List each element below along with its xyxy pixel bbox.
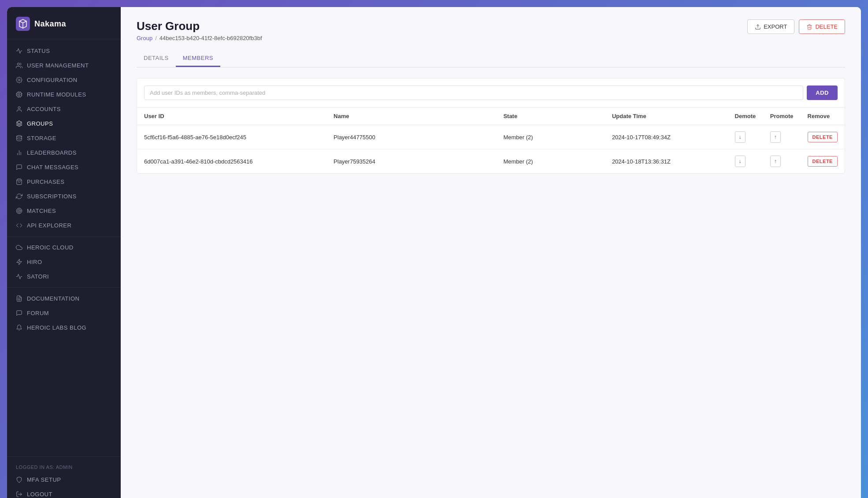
sidebar-label-status: STATUS	[27, 48, 50, 54]
breadcrumb-separator: /	[155, 35, 157, 41]
demote-button-0[interactable]: ↓	[735, 131, 746, 143]
tab-members[interactable]: MEMBERS	[176, 50, 220, 67]
cell-update-time-1: 2024-10-18T13:36:31Z	[605, 149, 728, 174]
sidebar-item-heroic-labs-blog[interactable]: HEROIC LABS BLOG	[7, 320, 121, 335]
sidebar-divider-2	[7, 287, 121, 288]
add-members-input[interactable]	[144, 85, 803, 100]
logout-icon	[16, 491, 22, 498]
sidebar-item-leaderboards[interactable]: LEADERBOARDS	[7, 145, 121, 160]
sidebar-label-purchases: PURCHASES	[27, 178, 64, 185]
svg-point-20	[16, 208, 22, 214]
sidebar-label-heroic-cloud: HEROIC CLOUD	[27, 244, 74, 251]
promote-button-1[interactable]: ↑	[770, 156, 781, 167]
sidebar-item-accounts[interactable]: ACCOUNTS	[7, 102, 121, 116]
sidebar-item-documentation[interactable]: DOCUMENTATION	[7, 291, 121, 306]
cell-promote-1: ↑	[763, 149, 801, 174]
layers-icon	[16, 120, 22, 127]
sidebar-item-subscriptions[interactable]: SUBSCRIPTIONS	[7, 189, 121, 204]
demote-button-1[interactable]: ↓	[735, 156, 746, 167]
table-row: 5cf6cf16-f5a6-4885-ae76-5e18d0ecf245 Pla…	[137, 125, 845, 149]
sidebar-item-chat-messages[interactable]: CHAT MESSAGES	[7, 160, 121, 175]
app-name: Nakama	[34, 19, 66, 29]
sidebar-item-runtime-modules[interactable]: RUNTIME MODULES	[7, 87, 121, 102]
sidebar-divider-1	[7, 236, 121, 237]
main-content: User Group Group / 44bec153-b420-41f2-8e…	[121, 7, 861, 498]
delete-member-button-1[interactable]: DELETE	[808, 156, 838, 167]
sidebar-item-storage[interactable]: STORAGE	[7, 131, 121, 145]
promote-button-0[interactable]: ↑	[770, 131, 781, 143]
sidebar-item-status[interactable]: STATUS	[7, 44, 121, 58]
sidebar-item-user-management[interactable]: USER MANAGEMENT	[7, 58, 121, 73]
add-members-button[interactable]: ADD	[807, 85, 838, 100]
svg-point-21	[18, 209, 21, 213]
sidebar-item-groups[interactable]: GROUPS	[7, 116, 121, 131]
svg-marker-14	[16, 121, 22, 123]
sidebar: Nakama STATUS USER MANAGEMENT CONFIGURAT…	[7, 7, 121, 498]
sidebar-label-user-management: USER MANAGEMENT	[27, 62, 89, 69]
sidebar-label-logout: LOGOUT	[27, 491, 52, 498]
sidebar-label-documentation: DOCUMENTATION	[27, 295, 79, 302]
col-header-remove: Remove	[801, 108, 845, 125]
cloud-icon	[16, 244, 22, 251]
cell-name-0: Player44775500	[326, 125, 496, 149]
sidebar-logo: Nakama	[7, 7, 121, 39]
cell-promote-0: ↑	[763, 125, 801, 149]
col-header-user-id: User ID	[137, 108, 326, 125]
sidebar-footer: LOGGED IN AS: ADMIN MFA SETUP LOGOUT	[7, 456, 121, 498]
sidebar-item-satori[interactable]: SATORI	[7, 269, 121, 284]
tabs: DETAILS MEMBERS	[137, 50, 845, 67]
export-icon	[755, 24, 761, 30]
logged-in-label: LOGGED IN AS: ADMIN	[7, 462, 121, 472]
zap-icon	[16, 259, 22, 265]
page-title: User Group	[137, 19, 262, 33]
user-icon	[16, 106, 22, 112]
shopping-bag-icon	[16, 178, 22, 185]
sidebar-label-api-explorer: API EXPLORER	[27, 222, 71, 229]
sidebar-label-heroic-labs-blog: HEROIC LABS BLOG	[27, 324, 86, 331]
page-header-left: User Group Group / 44bec153-b420-41f2-8e…	[137, 19, 262, 41]
file-text-icon	[16, 295, 22, 302]
message-circle-icon	[16, 310, 22, 316]
sidebar-label-matches: MATCHES	[27, 208, 56, 214]
sidebar-label-leaderboards: LEADERBOARDS	[27, 149, 77, 156]
sidebar-label-forum: FORUM	[27, 310, 49, 316]
table-body: 5cf6cf16-f5a6-4885-ae76-5e18d0ecf245 Pla…	[137, 125, 845, 174]
sidebar-label-hiro: HIRO	[27, 259, 42, 265]
delete-member-button-0[interactable]: DELETE	[808, 132, 838, 142]
sidebar-label-chat-messages: CHAT MESSAGES	[27, 164, 78, 171]
sidebar-item-configuration[interactable]: CONFIGURATION	[7, 73, 121, 87]
cpu-icon	[16, 91, 22, 98]
sidebar-item-hiro[interactable]: HIRO	[7, 255, 121, 269]
col-header-update-time: Update Time	[605, 108, 728, 125]
sidebar-label-configuration: CONFIGURATION	[27, 77, 78, 83]
svg-rect-4	[19, 94, 20, 96]
col-header-demote: Demote	[728, 108, 763, 125]
code-icon	[16, 222, 22, 229]
col-header-name: Name	[326, 108, 496, 125]
tab-details[interactable]: DETAILS	[137, 50, 176, 67]
sidebar-item-forum[interactable]: FORUM	[7, 306, 121, 320]
svg-point-2	[19, 79, 20, 81]
sidebar-item-matches[interactable]: MATCHES	[7, 204, 121, 218]
delete-button-label: DELETE	[815, 23, 838, 30]
settings-icon	[16, 77, 22, 83]
satori-icon	[16, 273, 22, 280]
breadcrumb-current-id: 44bec153-b420-41f2-8efc-b692820fb3bf	[160, 35, 262, 41]
tab-details-label: DETAILS	[144, 55, 169, 61]
shield-icon	[16, 476, 22, 483]
table-header: User ID Name State Update Time Demote Pr…	[137, 108, 845, 125]
delete-group-button[interactable]: DELETE	[799, 19, 845, 34]
cell-state-0: Member (2)	[496, 125, 605, 149]
sidebar-item-purchases[interactable]: PURCHASES	[7, 175, 121, 189]
breadcrumb-parent-link[interactable]: Group	[137, 35, 152, 41]
sidebar-item-logout[interactable]: LOGOUT	[7, 487, 121, 498]
add-members-row: ADD	[137, 78, 845, 108]
sidebar-item-api-explorer[interactable]: API EXPLORER	[7, 218, 121, 233]
message-square-icon	[16, 164, 22, 171]
sidebar-item-mfa-setup[interactable]: MFA SETUP	[7, 472, 121, 487]
refresh-cw-icon	[16, 193, 22, 200]
sidebar-item-heroic-cloud[interactable]: HEROIC CLOUD	[7, 240, 121, 255]
export-button[interactable]: EXPORT	[747, 19, 794, 34]
table-row: 6d007ca1-a391-46e2-810d-cbdcd2563416 Pla…	[137, 149, 845, 174]
cell-name-1: Player75935264	[326, 149, 496, 174]
